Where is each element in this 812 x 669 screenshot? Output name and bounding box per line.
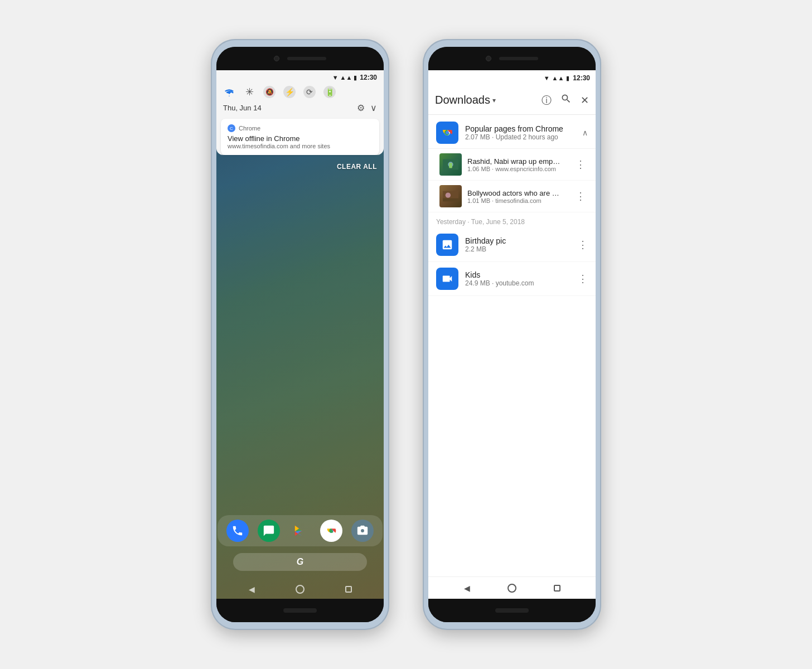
status-time-2: 12:30	[573, 74, 590, 82]
wifi-icon-2: ▼	[544, 75, 550, 81]
svg-point-2	[446, 131, 449, 134]
cricket-item-meta: 1.06 MB · www.espncricinfo.com	[467, 166, 573, 172]
chrome-icon: C	[228, 124, 235, 132]
nav-bar-2: ◀	[428, 576, 596, 599]
image-file-icon	[436, 234, 458, 256]
kids-more-icon[interactable]: ⋮	[578, 273, 588, 285]
home-button-2[interactable]	[508, 584, 516, 593]
dnd-qs-icon[interactable]: 🔕	[263, 86, 276, 98]
cricket-thumbnail	[439, 153, 462, 176]
camera-dot	[274, 56, 279, 61]
phone-1-top-bar	[216, 47, 384, 70]
collapse-icon[interactable]: ∧	[582, 128, 588, 137]
cricket-item-more-icon[interactable]: ⋮	[573, 156, 588, 173]
cricket-thumb-image	[439, 153, 462, 176]
camera-app-icon[interactable]	[351, 520, 374, 542]
back-button-1[interactable]: ◀	[246, 584, 257, 594]
messages-app-icon[interactable]	[258, 520, 280, 542]
google-search-bar[interactable]: G	[233, 553, 367, 571]
phone-2-bottom-bar	[428, 599, 596, 622]
battery-icon: ▮	[354, 74, 357, 81]
google-logo: G	[297, 557, 303, 567]
page-title: Downloads	[435, 94, 490, 106]
play-store-icon[interactable]	[289, 520, 311, 542]
svg-point-7	[446, 192, 451, 197]
qs-date: Thu, Jun 14	[223, 104, 262, 112]
chrome-group-header[interactable]: Popular pages from Chrome 2.07 MB · Upda…	[428, 115, 596, 149]
dl-status-bar: ▼ ▲▲ ▮ 12:30	[428, 70, 596, 86]
kids-file-info: Kids 24.9 MB · youtube.com	[465, 270, 578, 287]
recents-icon-2	[554, 585, 560, 592]
chrome-app-icon[interactable]	[320, 520, 342, 542]
notif-header: C Chrome	[228, 124, 373, 132]
recents-button-2[interactable]	[554, 585, 560, 592]
svg-rect-5	[449, 163, 452, 168]
home-button-1[interactable]	[295, 584, 305, 594]
birthday-file-meta: 2.2 MB	[465, 245, 578, 253]
qs-date-row: Thu, Jun 14 ⚙ ∨	[223, 100, 377, 117]
settings-icon[interactable]: ⚙	[357, 103, 365, 113]
downloads-toolbar: Downloads ▾ ⓘ ✕	[428, 86, 596, 115]
list-item[interactable]: Bollywood actors who are d… 1.01 MB · ti…	[428, 181, 596, 212]
list-item[interactable]: Rashid, Nabi wrap up emph… 1.06 MB · www…	[428, 149, 596, 181]
qs-date-actions: ⚙ ∨	[357, 103, 377, 113]
dock-icons	[218, 515, 383, 546]
cricket-item-title: Rashid, Nabi wrap up emph…	[467, 157, 562, 166]
fingerprint-sensor-2	[495, 608, 529, 613]
birthday-more-icon[interactable]: ⋮	[578, 239, 588, 251]
home-icon-1	[296, 585, 304, 594]
wifi-qs-icon[interactable]	[223, 86, 235, 98]
phone-1: ▼ ▲▲ ▮ 12:30 ✳ 🔕 ⚡	[211, 39, 389, 630]
phone-2-top-bar	[428, 47, 596, 70]
quick-settings-icons: ✳ 🔕 ⚡ ⟳ 🔋	[223, 84, 377, 100]
notification-shade[interactable]: ▼ ▲▲ ▮ 12:30 ✳ 🔕 ⚡	[216, 70, 384, 155]
video-file-icon	[436, 268, 458, 290]
qs-status-bar: ▼ ▲▲ ▮ 12:30	[223, 74, 377, 81]
clear-all-bar: CLEAR ALL	[216, 159, 384, 174]
list-item[interactable]: Birthday pic 2.2 MB ⋮	[428, 228, 596, 262]
info-button[interactable]: ⓘ	[542, 94, 552, 107]
search-button[interactable]	[560, 93, 572, 107]
clear-all-button[interactable]: CLEAR ALL	[337, 163, 377, 171]
chrome-group-title: Popular pages from Chrome	[465, 124, 582, 133]
back-button-2[interactable]: ◀	[464, 583, 470, 593]
recents-icon-1	[345, 586, 352, 593]
phone-1-screen: ▼ ▲▲ ▮ 12:30 ✳ 🔕 ⚡	[216, 70, 384, 599]
svg-rect-8	[443, 198, 458, 202]
wifi-icon: ▼	[332, 74, 339, 81]
phone-app-icon[interactable]	[226, 520, 249, 542]
phone-2-screen: ▼ ▲▲ ▮ 12:30 Downloads ▾ ⓘ	[428, 70, 596, 599]
camera-dot-2	[486, 56, 491, 61]
notif-subtitle: www.timesofindia.com and more sites	[228, 143, 373, 149]
quick-settings: ▼ ▲▲ ▮ 12:30 ✳ 🔕 ⚡	[216, 70, 384, 119]
phone-2: ▼ ▲▲ ▮ 12:30 Downloads ▾ ⓘ	[423, 39, 601, 630]
back-icon-1: ◀	[249, 585, 255, 594]
notif-title: View offline in Chrome	[228, 134, 373, 143]
signal-icon: ▲▲	[340, 74, 352, 81]
date-separator: Yesterday · Tue, June 5, 2018	[428, 212, 596, 228]
status-time-1: 12:30	[360, 74, 377, 81]
bluetooth-qs-icon[interactable]: ✳	[243, 86, 255, 98]
kids-file-meta: 24.9 MB · youtube.com	[465, 279, 578, 287]
bollywood-item-info: Bollywood actors who are d… 1.01 MB · ti…	[467, 189, 573, 204]
title-group: Downloads ▾	[435, 94, 542, 106]
close-button[interactable]: ✕	[581, 94, 589, 106]
bollywood-item-meta: 1.01 MB · timesofindia.com	[467, 197, 573, 204]
notif-app-name: Chrome	[239, 125, 260, 132]
dropdown-arrow-icon[interactable]: ▾	[492, 96, 496, 104]
recents-button-1[interactable]	[344, 584, 354, 594]
birthday-file-title: Birthday pic	[465, 236, 578, 245]
battery-saver-qs-icon[interactable]: 🔋	[323, 86, 336, 98]
autorotate-qs-icon[interactable]: ⟳	[303, 86, 316, 98]
flashlight-qs-icon[interactable]: ⚡	[283, 86, 296, 98]
speaker-bar	[287, 57, 326, 60]
list-item[interactable]: Kids 24.9 MB · youtube.com ⋮	[428, 262, 596, 296]
bollywood-item-more-icon[interactable]: ⋮	[573, 188, 588, 205]
nav-bar-1: ◀	[216, 584, 384, 594]
home-icon-2	[508, 584, 516, 593]
back-icon-2: ◀	[464, 584, 470, 593]
bollywood-thumbnail	[439, 185, 462, 207]
chrome-group-icon	[436, 122, 458, 144]
notification-card[interactable]: C Chrome View offline in Chrome www.time…	[221, 119, 379, 155]
expand-icon[interactable]: ∨	[370, 103, 377, 113]
